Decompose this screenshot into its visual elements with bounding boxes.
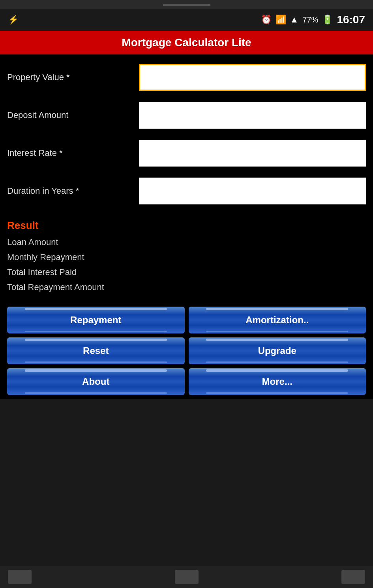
phone-frame: ⚡ ⏰ 📶 ▲ 77% 🔋 16:07 Mortgage Calculator … — [0, 0, 373, 588]
app-container: Mortgage Calculator Lite Property Value … — [0, 31, 373, 399]
bottom-nav — [0, 566, 373, 588]
wifi-icon: 📶 — [276, 15, 286, 25]
battery-icon: 🔋 — [322, 15, 333, 25]
interest-rate-input[interactable] — [139, 140, 366, 167]
usb-icon: ⚡ — [8, 15, 19, 25]
duration-years-input[interactable] — [139, 178, 366, 204]
reset-button[interactable]: Reset — [7, 337, 185, 364]
total-repayment-label: Total Repayment Amount — [7, 280, 366, 295]
loan-amount-label: Loan Amount — [7, 235, 366, 250]
buttons-area: Repayment Amortization.. Reset Upgrade A… — [0, 295, 373, 399]
interest-rate-label: Interest Rate * — [7, 148, 133, 158]
amortization-button[interactable]: Amortization.. — [189, 307, 366, 333]
deposit-amount-input[interactable] — [139, 102, 366, 129]
duration-years-label: Duration in Years * — [7, 186, 133, 196]
drag-bar — [163, 4, 210, 6]
nav-recent-button[interactable] — [341, 570, 365, 584]
app-title-bar: Mortgage Calculator Lite — [0, 31, 373, 54]
status-left: ⚡ — [8, 15, 19, 25]
repayment-button[interactable]: Repayment — [7, 307, 185, 333]
total-interest-label: Total Interest Paid — [7, 265, 366, 280]
deposit-amount-row: Deposit Amount — [0, 96, 373, 134]
nav-home-button[interactable] — [175, 570, 199, 584]
signal-icon: ▲ — [290, 15, 299, 25]
deposit-amount-label: Deposit Amount — [7, 110, 133, 120]
status-bar: ⚡ ⏰ 📶 ▲ 77% 🔋 16:07 — [0, 9, 373, 31]
duration-years-row: Duration in Years * — [0, 172, 373, 210]
result-title: Result — [7, 219, 366, 232]
drag-indicator — [0, 0, 373, 9]
about-button[interactable]: About — [7, 368, 185, 395]
result-section: Result Loan Amount Monthly Repayment Tot… — [0, 214, 373, 295]
property-value-row: Property Value * — [0, 58, 373, 96]
nav-back-button[interactable] — [8, 570, 32, 584]
monthly-repayment-label: Monthly Repayment — [7, 250, 366, 265]
form-area: Property Value * Deposit Amount Interest… — [0, 54, 373, 214]
status-time: 16:07 — [337, 13, 365, 26]
app-title: Mortgage Calculator Lite — [122, 36, 251, 49]
alarm-icon: ⏰ — [261, 15, 272, 25]
battery-percent: 77% — [302, 15, 318, 24]
upgrade-button[interactable]: Upgrade — [189, 337, 366, 364]
interest-rate-row: Interest Rate * — [0, 134, 373, 172]
more-button[interactable]: More... — [189, 368, 366, 395]
status-right: ⏰ 📶 ▲ 77% 🔋 16:07 — [261, 13, 365, 26]
property-value-label: Property Value * — [7, 72, 133, 82]
property-value-input[interactable] — [139, 64, 366, 91]
